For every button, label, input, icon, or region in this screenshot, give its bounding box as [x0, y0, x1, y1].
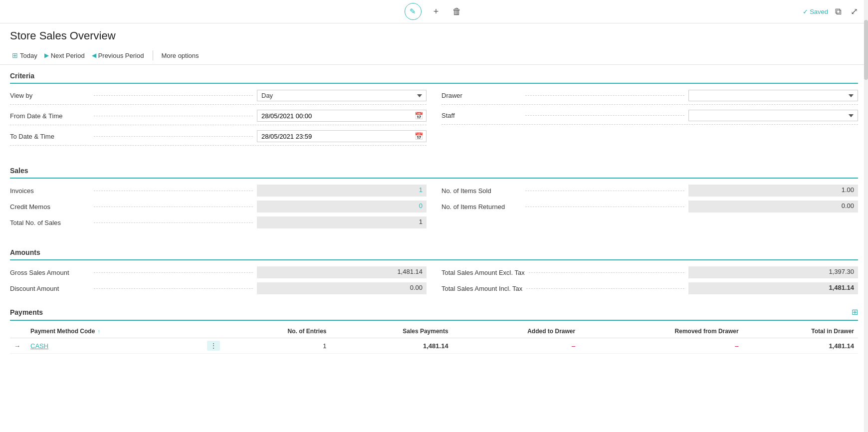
- next-period-button[interactable]: ▶ Next Period: [42, 50, 90, 61]
- toolbar-center: ✎ + 🗑: [405, 3, 464, 20]
- scrollbar-track[interactable]: [864, 0, 868, 354]
- discount-value: 0.00: [257, 282, 427, 294]
- to-date-wrapper: 28/05/2021 23:59 📅: [257, 130, 427, 142]
- cash-link[interactable]: CASH: [30, 342, 48, 350]
- today-grid-icon: ⊞: [12, 51, 18, 59]
- to-date-input[interactable]: 28/05/2021 23:59: [257, 131, 412, 142]
- edit-button[interactable]: ✎: [405, 3, 422, 20]
- col-total-drawer-header: Total in Drawer: [743, 325, 858, 338]
- sales-grid: Invoices 1 Credit Memos 0 Total No. of S…: [10, 185, 858, 232]
- to-date-calendar-icon[interactable]: 📅: [412, 131, 426, 142]
- page-title: Store Sales Overview: [0, 23, 868, 46]
- table-row: → CASH ⋮ 1 1,481.14 – – 1,481.14: [10, 338, 858, 354]
- previous-period-button[interactable]: ◀ Previous Period: [90, 50, 149, 61]
- items-sold-label: No. of Items Sold: [441, 187, 521, 195]
- total-sales-row: Total No. of Sales 1: [10, 216, 427, 228]
- col-entries-header: No. of Entries: [224, 325, 331, 338]
- gross-sales-row: Gross Sales Amount 1,481.14: [10, 266, 427, 278]
- from-date-calendar-icon[interactable]: 📅: [412, 110, 426, 121]
- view-by-row: View by Day Week Month Year: [10, 90, 427, 105]
- items-returned-row: No. of Items Returned 0.00: [441, 201, 858, 213]
- from-date-dots: [94, 116, 253, 116]
- credit-memos-row: Credit Memos 0: [10, 201, 427, 213]
- col-removed-drawer-header: Removed from Drawer: [579, 325, 742, 338]
- delete-icon: 🗑: [452, 6, 461, 16]
- view-by-select[interactable]: Day Week Month Year: [257, 90, 427, 101]
- total-incl-row: Total Sales Amount Incl. Tax 1,481.14: [441, 282, 858, 294]
- top-toolbar: ✎ + 🗑 ✓ Saved ⧉ ⤢: [0, 0, 868, 23]
- toolbar-right: ✓ Saved ⧉ ⤢: [803, 4, 860, 19]
- from-date-input[interactable]: 28/05/2021 00:00: [257, 111, 412, 121]
- row-method-cell: CASH: [26, 338, 203, 354]
- total-sales-label: Total No. of Sales: [10, 219, 90, 226]
- payments-title: Payments: [10, 308, 43, 316]
- invoices-dots: [94, 191, 253, 191]
- total-incl-label: Total Sales Amount Incl. Tax: [441, 285, 522, 292]
- drawer-dots: [525, 95, 684, 96]
- row-entries-cell: 1: [224, 338, 331, 354]
- delete-button[interactable]: 🗑: [450, 4, 463, 19]
- invoices-row: Invoices 1: [10, 185, 427, 197]
- saved-label: ✓ Saved: [803, 8, 828, 15]
- row-sales-payments-cell: 1,481.14: [331, 338, 452, 354]
- gross-sales-label: Gross Sales Amount: [10, 269, 90, 276]
- col-arrow: [10, 325, 26, 338]
- payments-table: Payment Method Code ↑ No. of Entries Sal…: [10, 325, 858, 354]
- staff-select[interactable]: [688, 110, 858, 121]
- row-menu-button[interactable]: ⋮: [207, 341, 220, 351]
- next-period-label: Next Period: [51, 52, 85, 59]
- period-bar: ⊞ Today ▶ Next Period ◀ Previous Period …: [0, 46, 868, 65]
- row-menu-cell: ⋮: [203, 338, 224, 354]
- popout-button[interactable]: ⧉: [833, 4, 844, 19]
- gross-sales-dots: [94, 272, 253, 273]
- from-date-wrapper: 28/05/2021 00:00 📅: [257, 110, 427, 122]
- col-method-code-header[interactable]: Payment Method Code ↑: [26, 325, 203, 338]
- expand-button[interactable]: ⤢: [849, 4, 860, 19]
- added-drawer-dash: –: [572, 342, 575, 350]
- total-sales-dots: [94, 222, 253, 223]
- row-arrow-icon[interactable]: →: [14, 342, 20, 350]
- criteria-left: View by Day Week Month Year From Date & …: [10, 90, 427, 151]
- period-divider: [153, 50, 153, 60]
- col-sales-payments-header: Sales Payments: [331, 325, 452, 338]
- previous-period-label: Previous Period: [98, 52, 144, 59]
- items-returned-label: No. of Items Returned: [441, 203, 521, 211]
- to-date-label: To Date & Time: [10, 133, 90, 140]
- expand-icon: ⤢: [851, 6, 858, 16]
- popout-icon: ⧉: [835, 6, 842, 16]
- edit-icon: ✎: [410, 7, 416, 16]
- credit-memos-value: 0: [257, 201, 427, 213]
- credit-memos-dots: [94, 207, 253, 207]
- view-by-dots: [94, 95, 253, 96]
- add-button[interactable]: +: [432, 4, 441, 19]
- staff-label: Staff: [441, 112, 521, 119]
- sales-right: No. of Items Sold 1.00 No. of Items Retu…: [441, 185, 858, 232]
- items-sold-dots: [525, 191, 684, 191]
- col-actions-header: [203, 325, 224, 338]
- to-date-row: To Date & Time 28/05/2021 23:59 📅: [10, 130, 427, 146]
- col-added-drawer-header: Added to Drawer: [452, 325, 580, 338]
- payments-header: Payments ⊞: [10, 307, 858, 321]
- items-sold-row: No. of Items Sold 1.00: [441, 185, 858, 197]
- gross-sales-value: 1,481.14: [257, 266, 427, 278]
- row-total-drawer-cell: 1,481.14: [743, 338, 858, 354]
- from-date-row: From Date & Time 28/05/2021 00:00 📅: [10, 110, 427, 125]
- today-button[interactable]: ⊞ Today: [10, 49, 42, 61]
- discount-row: Discount Amount 0.00: [10, 282, 427, 294]
- more-options-button[interactable]: More options: [157, 50, 203, 61]
- criteria-grid: View by Day Week Month Year From Date & …: [10, 90, 858, 151]
- discount-label: Discount Amount: [10, 285, 90, 292]
- payments-export-icon[interactable]: ⊞: [852, 307, 858, 317]
- discount-dots: [94, 288, 253, 289]
- payments-table-header-row: Payment Method Code ↑ No. of Entries Sal…: [10, 325, 858, 338]
- next-period-icon: ▶: [44, 52, 49, 59]
- total-incl-value: 1,481.14: [688, 282, 858, 294]
- scrollbar-thumb[interactable]: [864, 20, 868, 80]
- removed-drawer-dash: –: [735, 342, 738, 350]
- items-returned-dots: [525, 207, 684, 207]
- amounts-grid: Gross Sales Amount 1,481.14 Discount Amo…: [10, 266, 858, 298]
- amounts-right: Total Sales Amount Excl. Tax 1,397.30 To…: [441, 266, 858, 298]
- row-arrow-cell: →: [10, 338, 26, 354]
- drawer-select[interactable]: [688, 90, 858, 101]
- drawer-row: Drawer: [441, 90, 858, 105]
